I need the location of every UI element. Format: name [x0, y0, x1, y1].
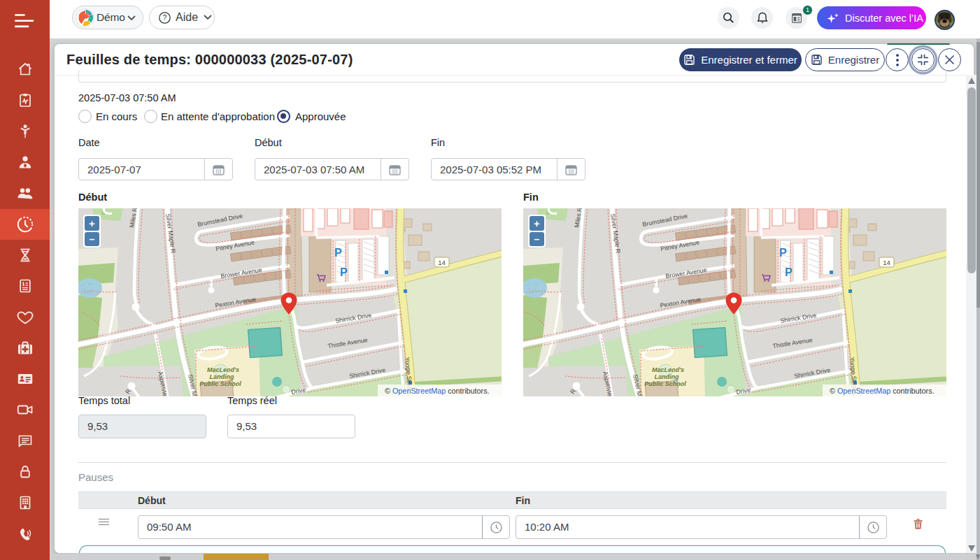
svg-text:?: ? [163, 13, 167, 22]
